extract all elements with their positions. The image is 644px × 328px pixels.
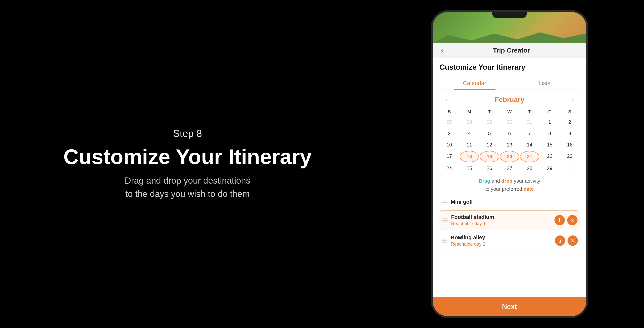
calendar: ‹ February › SMTWTFS27282930311234567891… bbox=[440, 96, 580, 174]
calendar-day[interactable]: 16 bbox=[560, 139, 580, 150]
calendar-day[interactable]: 4 bbox=[460, 128, 479, 139]
tab-calendar[interactable]: Calendar bbox=[440, 77, 510, 89]
tab-lists[interactable]: Lists bbox=[510, 77, 580, 89]
calendar-day[interactable]: 6 bbox=[500, 128, 519, 139]
phone-notch bbox=[492, 12, 527, 18]
step-label: Step 8 bbox=[173, 128, 202, 139]
calendar-day[interactable]: 21 bbox=[520, 151, 539, 162]
page-title: Customize Your Itinerary bbox=[440, 63, 580, 71]
activity-info-button[interactable]: ℹ bbox=[554, 215, 565, 225]
calendar-day[interactable]: 27 bbox=[500, 163, 519, 174]
calendar-day[interactable]: 22 bbox=[540, 151, 560, 162]
calendar-day-header: S bbox=[440, 108, 459, 116]
activity-item[interactable]: Bowling alleyReachable day 2ℹ✕ bbox=[440, 231, 580, 250]
back-button[interactable]: ‹ bbox=[438, 46, 446, 54]
activity-info: Mini golf bbox=[451, 199, 578, 206]
calendar-day[interactable]: 8 bbox=[540, 128, 560, 139]
calendar-day[interactable]: 29 bbox=[480, 117, 499, 127]
calendar-day[interactable]: 2 bbox=[560, 117, 580, 127]
phone-wrapper: ‹ Trip Creator Customize Your Itinerary … bbox=[375, 5, 644, 323]
drag-hint: Drag and drop your activity to your pref… bbox=[440, 174, 580, 195]
calendar-grid: SMTWTFS272829303112345678910111213141516… bbox=[440, 108, 580, 174]
activity-item[interactable]: Football stadiumReachable day 1ℹ✕ bbox=[440, 210, 580, 230]
calendar-day-header: W bbox=[500, 108, 519, 116]
calendar-day[interactable]: 28 bbox=[460, 117, 479, 127]
activity-reach: Reachable day 2 bbox=[451, 241, 552, 247]
calendar-day[interactable]: 31 bbox=[520, 117, 539, 127]
calendar-day[interactable]: 23 bbox=[560, 151, 580, 162]
activity-info: Football stadiumReachable day 1 bbox=[451, 214, 552, 226]
calendar-day[interactable]: 1 bbox=[560, 163, 580, 174]
calendar-day[interactable]: 17 bbox=[440, 151, 459, 162]
calendar-day[interactable]: 11 bbox=[460, 139, 479, 150]
activity-reach: Reachable day 1 bbox=[451, 221, 552, 226]
tabs: Calendar Lists bbox=[440, 77, 580, 90]
calendar-day[interactable]: 29 bbox=[540, 163, 560, 174]
drag-handle-icon bbox=[441, 238, 448, 243]
content-inner: Customize Your Itinerary Calendar Lists … bbox=[433, 58, 586, 297]
calendar-day-header: T bbox=[520, 108, 539, 116]
activity-info-button[interactable]: ℹ bbox=[555, 235, 565, 246]
left-panel: Step 8 Customize Your Itinerary Drag and… bbox=[0, 112, 375, 216]
calendar-day[interactable]: 18 bbox=[460, 151, 479, 162]
activity-actions: ℹ✕ bbox=[554, 215, 578, 225]
calendar-day[interactable]: 25 bbox=[460, 163, 479, 174]
activity-close-button[interactable]: ✕ bbox=[568, 235, 578, 246]
calendar-day-header: M bbox=[460, 108, 479, 116]
calendar-day[interactable]: 30 bbox=[500, 117, 519, 127]
activity-name: Mini golf bbox=[451, 199, 578, 205]
calendar-day[interactable]: 1 bbox=[540, 117, 560, 127]
calendar-day[interactable]: 19 bbox=[480, 151, 499, 162]
subtitle: Drag and drop your destinations to the d… bbox=[125, 174, 250, 201]
calendar-day[interactable]: 20 bbox=[500, 151, 519, 162]
calendar-day[interactable]: 14 bbox=[520, 139, 539, 150]
activity-list: Mini golfFootball stadiumReachable day 1… bbox=[440, 195, 580, 297]
next-button[interactable]: Next bbox=[433, 297, 586, 316]
calendar-day[interactable]: 3 bbox=[440, 128, 459, 139]
calendar-day[interactable]: 27 bbox=[440, 117, 459, 127]
drag-handle-icon bbox=[441, 200, 448, 205]
calendar-day[interactable]: 13 bbox=[500, 139, 519, 150]
screen-content: Customize Your Itinerary Calendar Lists … bbox=[433, 58, 586, 316]
calendar-day[interactable]: 15 bbox=[540, 139, 560, 150]
calendar-day-header: T bbox=[480, 108, 499, 116]
app-header: ‹ Trip Creator bbox=[433, 43, 586, 58]
activity-item[interactable]: Mini golf bbox=[440, 195, 580, 209]
calendar-day[interactable]: 9 bbox=[560, 128, 580, 139]
drop-word: drop bbox=[501, 178, 512, 184]
calendar-day[interactable]: 5 bbox=[480, 128, 499, 139]
calendar-month: February bbox=[495, 96, 524, 104]
activity-close-button[interactable]: ✕ bbox=[567, 215, 578, 225]
calendar-day[interactable]: 12 bbox=[480, 139, 499, 150]
calendar-day-header: F bbox=[540, 108, 560, 116]
activity-name: Football stadium bbox=[451, 214, 552, 220]
activity-actions: ℹ✕ bbox=[555, 235, 578, 246]
calendar-day[interactable]: 28 bbox=[520, 163, 539, 174]
calendar-day[interactable]: 26 bbox=[480, 163, 499, 174]
calendar-next[interactable]: › bbox=[568, 96, 578, 104]
drag-word: Drag bbox=[479, 178, 490, 184]
activity-info: Bowling alleyReachable day 2 bbox=[451, 234, 552, 247]
drag-handle-icon bbox=[442, 218, 448, 223]
calendar-day[interactable]: 7 bbox=[520, 128, 539, 139]
scene: Step 8 Customize Your Itinerary Drag and… bbox=[0, 0, 644, 328]
app-title: Trip Creator bbox=[450, 47, 573, 54]
calendar-day[interactable]: 10 bbox=[440, 139, 459, 150]
calendar-header: ‹ February › bbox=[440, 96, 580, 104]
main-title: Customize Your Itinerary bbox=[64, 145, 312, 168]
activity-name: Bowling alley bbox=[451, 234, 552, 241]
phone: ‹ Trip Creator Customize Your Itinerary … bbox=[431, 10, 588, 318]
calendar-prev[interactable]: ‹ bbox=[442, 96, 451, 104]
calendar-day-header: S bbox=[560, 108, 580, 116]
calendar-day[interactable]: 24 bbox=[440, 163, 459, 174]
date-word: date bbox=[524, 186, 534, 192]
